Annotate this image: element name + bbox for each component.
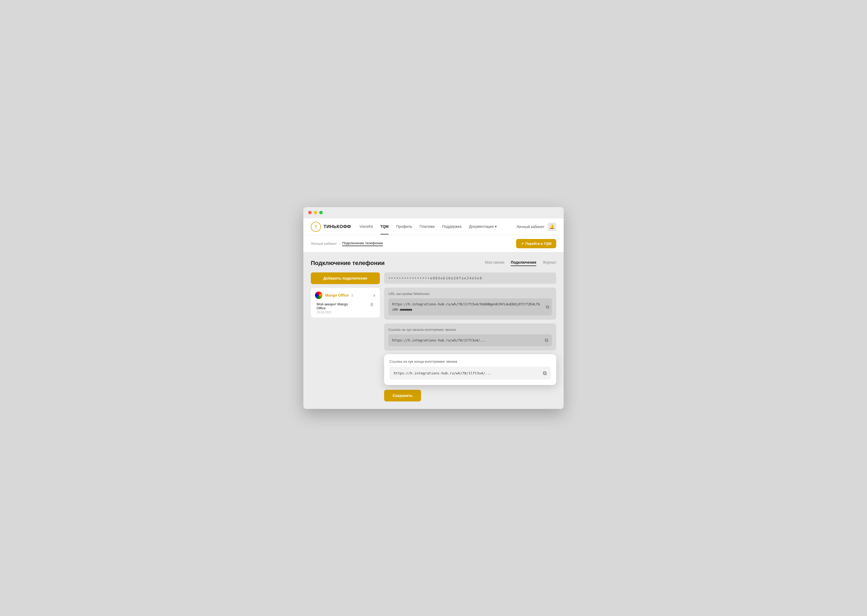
maximize-dot[interactable] [319,211,323,214]
left-panel: Добавить подключение Mango Office 1 ∧ [311,272,380,401]
call-end-copy-button[interactable]: ⧉ [543,370,547,376]
close-dot[interactable] [308,211,312,214]
page-title: Подключение телефонии [311,260,385,267]
tab-journal[interactable]: Журнал [543,260,556,266]
call-end-url-text: https://h.integrations-hub.ru/wh/78/1lft… [393,371,540,375]
sub-item-date: 29.09.2023 [316,311,348,314]
top-nav: T ТИНЬКОФФ VoiceKit TQM Профиль Платежи … [303,218,564,235]
main-content: Подключение телефонии Мои связки Подключ… [303,252,564,409]
save-button[interactable]: Сохранить [384,390,421,401]
tab-my-connections[interactable]: Мои связки [485,260,504,266]
add-connection-button[interactable]: Добавить подключение [311,272,380,284]
breadcrumb-bar: Личный кабинет › Подключение телефонии ↗… [303,235,564,252]
copy-icon: ⧉ [546,304,549,310]
delete-connection-icon[interactable]: 🗑 [370,302,374,307]
minimize-dot[interactable] [314,211,317,214]
call-start-copy-button[interactable]: ⧉ [545,338,548,343]
connection-chevron-icon[interactable]: ∧ [373,293,376,297]
sub-connection-item: Мой аккаунт Mango Office 29.09.2023 🗑 [315,302,376,314]
connection-header: Mango Office 1 ∧ [315,292,376,299]
sub-item-name: Мой аккаунт Mango Office [316,302,348,310]
webhook-url-copy-button[interactable]: ⧉ [546,304,549,310]
mango-logo-icon [315,292,323,299]
nav-item-payments[interactable]: Платежи [420,219,435,234]
content-area: Добавить подключение Mango Office 1 ∧ [311,272,556,401]
go-to-tqm-button[interactable]: ↗ Перейти в TQM [516,239,556,248]
connection-name[interactable]: Mango Office [325,293,349,297]
nav-item-profile[interactable]: Профиль [396,219,412,234]
section-header: Подключение телефонии Мои связки Подключ… [311,260,556,267]
tab-connections[interactable]: Подключения [511,260,536,266]
breadcrumb-telephony[interactable]: Подключение телефонии [342,241,383,246]
token-field: ••••••••••••••••e983eb10a29fae34e5e0 [384,272,556,284]
sub-item-info: Мой аккаунт Mango Office 29.09.2023 [316,302,348,314]
nav-item-docs[interactable]: Документация [469,219,496,234]
call-start-group: Ссылка на хук начала коллтрекинг звонка … [384,324,556,350]
call-end-popup-card: Ссылка на хук конца коллтрекинг звонка h… [384,354,556,385]
notification-bell-button[interactable]: 🔔 [548,223,556,231]
logo-area: T ТИНЬКОФФ [311,222,351,232]
copy-icon: ⧉ [545,338,548,343]
nav-right: Личный кабинет 🔔 [517,223,556,231]
titlebar [303,207,564,218]
webhook-url-field: https://h.integrations-hub.ru/wh/78/1lft… [388,299,552,316]
tabs: Мои связки Подключения Журнал [485,260,556,266]
call-start-url-text: https://h.integrations-hub.ru/wh/78/1lft… [392,338,542,342]
webhook-url-label: URL настройки Webhooks [388,292,552,296]
webhook-url-text: https://h.integrations-hub.ru/wh/78/1lft… [392,302,540,311]
external-link-icon: ↗ [521,242,524,246]
connection-left: Mango Office 1 [315,292,353,299]
call-end-label: Ссылка на хук конца коллтрекинг звонка [389,360,551,363]
chevron-down-icon [495,225,497,229]
right-panel: ••••••••••••••••e983eb10a29fae34e5e0 URL… [384,272,556,401]
call-end-field: https://h.integrations-hub.ru/wh/78/1lft… [389,367,551,380]
connection-badge: 1 [351,294,353,297]
nav-items: VoiceKit TQM Профиль Платежи Поддержка Д… [360,219,517,234]
connection-item: Mango Office 1 ∧ Мой аккаунт Mango Offic… [311,288,380,317]
call-start-field: https://h.integrations-hub.ru/wh/78/1lft… [388,334,552,346]
breadcrumb: Личный кабинет › Подключение телефонии [311,241,383,246]
nav-item-tqm[interactable]: TQM [380,219,389,234]
copy-icon: ⧉ [543,370,547,376]
call-start-label: Ссылка на хук начала коллтрекинг звонка [388,328,552,332]
logo-icon: T [311,222,321,232]
bell-icon: 🔔 [549,224,555,229]
app-window: T ТИНЬКОФФ VoiceKit TQM Профиль Платежи … [303,207,564,409]
nav-cabinet-link[interactable]: Личный кабинет [517,225,544,229]
breadcrumb-separator: › [339,242,340,246]
nav-item-support[interactable]: Поддержка [442,219,461,234]
logo-text: ТИНЬКОФФ [324,224,351,229]
nav-item-voicekit[interactable]: VoiceKit [360,219,373,234]
webhook-url-group: URL настройки Webhooks https://h.integra… [384,288,556,320]
breadcrumb-cabinet[interactable]: Личный кабинет [311,242,337,246]
